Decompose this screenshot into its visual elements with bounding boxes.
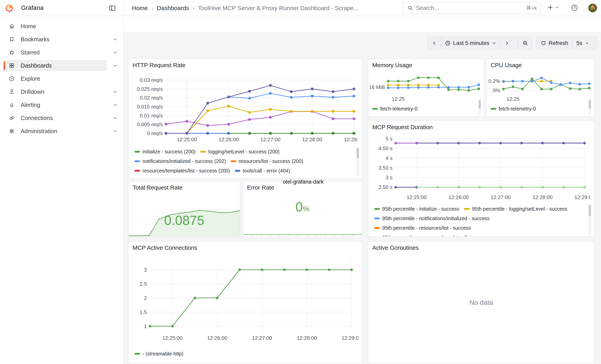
legend-item[interactable]: tools/call - success (200) — [135, 176, 197, 177]
panel-title[interactable]: MCP Request Duration — [372, 124, 433, 130]
error-rate-unit: % — [303, 205, 310, 213]
series-color-pill — [235, 170, 240, 172]
legend-item[interactable]: 95th percentile - notifications/initiali… — [374, 214, 490, 223]
legend-item[interactable]: tools/list - success (200) — [202, 176, 263, 177]
refresh-interval-dropdown[interactable]: 5s — [572, 37, 593, 49]
panel-title[interactable]: Error Rate — [247, 184, 274, 191]
series-color-pill — [135, 170, 140, 172]
mcp-active-connections-chart[interactable]: 12:25:0012:26:0012:27:0012:28:0012:29:00… — [132, 253, 358, 346]
sidebar-item-drilldown[interactable]: Drilldown — [3, 86, 107, 97]
svg-text:0.025 req/s: 0.025 req/s — [137, 86, 163, 92]
sidebar: HomeBookmarksStarredDashboardsExploreDri… — [0, 16, 123, 364]
avatar[interactable] — [588, 4, 597, 12]
chevron-down-icon[interactable] — [112, 128, 118, 134]
panel-title[interactable]: Memory Usage — [372, 62, 412, 69]
svg-text:0.015 req/s: 0.015 req/s — [137, 104, 163, 110]
sidebar-item-label: Explore — [21, 76, 40, 82]
sidebar-item-starred[interactable]: Starred — [3, 47, 107, 58]
memory-usage-chart[interactable]: 12:2516 MiB — [370, 70, 482, 101]
legend-item[interactable]: notifications/initialized - success (202… — [135, 156, 226, 166]
chevron-down-icon[interactable] — [112, 63, 118, 68]
time-range-label: Last 5 minutes — [453, 40, 489, 46]
sidebar-item-bookmarks[interactable]: Bookmarks — [3, 34, 107, 45]
legend-item[interactable]: logging/setLevel - success (200) — [200, 147, 280, 156]
svg-text:12:25:00: 12:25:00 — [407, 194, 427, 200]
legend-scrollbar[interactable] — [589, 205, 591, 236]
svg-text:0.01 req/s: 0.01 req/s — [140, 113, 163, 119]
legend-item[interactable]: 95th percentile - initialize - success — [374, 204, 459, 214]
series-color-pill — [464, 208, 470, 210]
legend-item[interactable]: - (streamable-http) — [135, 349, 183, 358]
http-request-rate-chart[interactable]: 12:25:0012:26:0012:27:0012:28:0012:29:00… — [132, 71, 358, 144]
legend-item[interactable]: unknown - success (200) — [268, 176, 331, 177]
help-icon[interactable]: ? — [571, 4, 578, 11]
legend-item[interactable]: fetch-telemetry-0 — [491, 104, 536, 113]
mcp-request-duration-chart[interactable]: 12:25:0012:26:0012:27:0012:28:0012:29:00… — [372, 131, 591, 204]
sidebar-item-label: Bookmarks — [21, 36, 50, 43]
legend-item[interactable]: resources/templates/list - success (200) — [135, 166, 230, 176]
svg-text:12:25: 12:25 — [392, 96, 405, 101]
svg-text:0.005 req/s: 0.005 req/s — [137, 121, 163, 127]
panel-error-rate: Error Rate 0% — [243, 181, 362, 237]
zoom-out-button[interactable] — [519, 37, 532, 49]
panel-title[interactable]: HTTP Request Rate — [132, 62, 185, 69]
legend-item[interactable]: 95th percentile - resources/templates/li… — [374, 233, 494, 236]
star-icon — [9, 49, 15, 55]
chevron-down-icon[interactable] — [112, 102, 118, 108]
time-shift-back-button[interactable] — [428, 37, 441, 49]
svg-text:12:25: 12:25 — [506, 96, 519, 101]
compass-icon — [9, 76, 15, 82]
panel-mcp-request-duration: MCP Request Duration 12:25:0012:26:0012:… — [368, 121, 594, 236]
sidebar-item-explore[interactable]: Explore — [3, 73, 107, 84]
legend-item[interactable]: 95th percentile - resources/list - succe… — [374, 223, 471, 233]
svg-text:12:25:00: 12:25:00 — [162, 335, 182, 341]
svg-text:12:28:00: 12:28:00 — [532, 194, 552, 200]
panel-title[interactable]: MCP Active Connections — [132, 244, 197, 251]
legend-scrollbar[interactable] — [356, 147, 359, 177]
sidebar-item-home[interactable]: Home — [3, 21, 107, 32]
legend-label: tools/call - error (404) — [243, 168, 290, 174]
grafana-logo-icon[interactable] — [4, 3, 14, 13]
home-icon — [9, 23, 15, 29]
panel-mcp-active-connections: MCP Active Connections 12:25:0012:26:001… — [128, 241, 362, 364]
legend-item[interactable]: initialize - success (200) — [135, 147, 196, 156]
legend-item[interactable]: resources/list - success (200) — [231, 156, 303, 166]
sidebar-item-dashboards[interactable]: Dashboards — [3, 60, 107, 71]
cpu-usage-chart[interactable]: 12:250.2%0% — [488, 70, 593, 101]
cpu-legend: fetch-telemetry-0 — [491, 104, 586, 113]
legend-item[interactable]: 95th percentile - logging/setLevel - suc… — [464, 204, 567, 214]
panel-title[interactable]: Total Request Rate — [132, 184, 183, 191]
refresh-button[interactable]: Refresh — [536, 37, 572, 49]
sidebar-item-alerting[interactable]: Alerting — [3, 99, 107, 110]
chevron-down-icon — [492, 41, 496, 46]
sidebar-item-connections[interactable]: Connections — [3, 112, 107, 124]
time-shift-forward-button[interactable] — [501, 37, 513, 49]
chevron-down-icon[interactable] — [112, 115, 118, 121]
legend-scrollbar[interactable] — [478, 99, 481, 115]
svg-text:0.2%: 0.2% — [489, 78, 500, 84]
sidebar-item-administration[interactable]: Administration — [3, 126, 107, 137]
add-button[interactable] — [547, 4, 559, 11]
legend-label: - (streamable-http) — [142, 351, 183, 357]
breadcrumb-home[interactable]: Home — [132, 5, 148, 11]
legend-item[interactable]: fetch-telemetry-0 — [372, 104, 418, 113]
panel-title[interactable]: CPU Usage — [491, 62, 522, 69]
chevron-down-icon[interactable] — [112, 37, 118, 42]
chevron-down-icon[interactable] — [112, 50, 118, 55]
dashboard-toolbar — [123, 16, 601, 32]
gear-icon — [9, 128, 15, 134]
dock-menu-icon[interactable] — [109, 4, 116, 12]
legend-scrollbar[interactable] — [589, 99, 591, 115]
chevron-down-icon[interactable] — [112, 89, 118, 95]
breadcrumb-dashboards[interactable]: Dashboards — [157, 5, 189, 11]
panel-cpu-usage: CPU Usage 12:250.2%0% fetch-telemetry-0 — [487, 59, 594, 117]
time-range-picker[interactable]: Last 5 minutes — [441, 37, 501, 49]
svg-text:2.5: 2.5 — [140, 281, 147, 287]
svg-text:4 s: 4 s — [386, 155, 392, 161]
svg-text:12:28:00: 12:28:00 — [302, 137, 322, 142]
header-divider — [123, 0, 123, 16]
search-input[interactable]: Search... ⌘+k — [403, 2, 541, 14]
svg-text:0 req/s: 0 req/s — [147, 130, 163, 136]
legend-label: 95th percentile - resources/list - succe… — [382, 225, 471, 231]
legend-item[interactable]: tools/call - error (404) — [235, 166, 290, 176]
